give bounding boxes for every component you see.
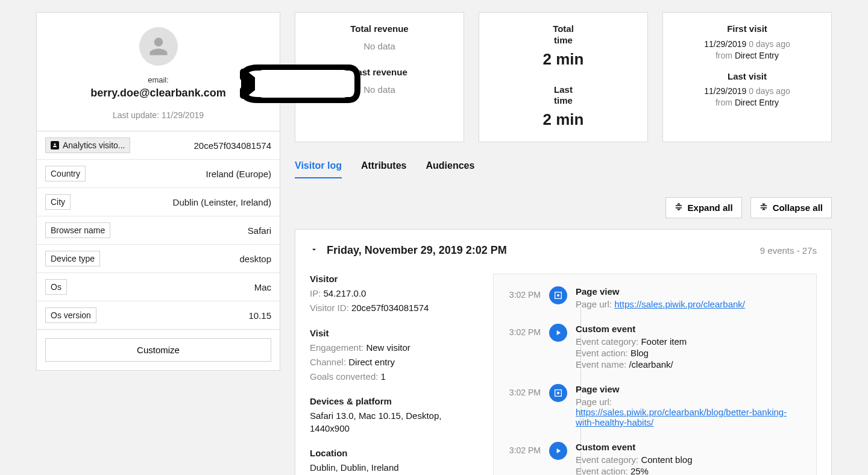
stat-title: Last time <box>546 84 582 107</box>
email-value: berry.doe@clearbank.com <box>90 87 225 99</box>
tab-audiences[interactable]: Audiences <box>426 160 475 178</box>
stat-value: No data <box>310 41 449 51</box>
event-time: 3:02 PM <box>505 286 541 300</box>
attribute-value: 20ce57f034081574 <box>194 140 271 151</box>
event-row: 3:02 PM Custom event Event category: Foo… <box>505 324 805 371</box>
event-title: Custom event <box>576 442 805 452</box>
svg-point-0 <box>557 294 559 297</box>
tab-bar: Visitor log Attributes Audiences <box>295 160 832 179</box>
event-time: 3:02 PM <box>505 324 541 337</box>
attribute-value: Ireland (Europe) <box>206 169 271 179</box>
expand-icon <box>675 203 683 213</box>
event-row: 3:02 PM Custom event Event category: Con… <box>505 442 805 475</box>
chevron-down-icon <box>310 244 318 257</box>
first-visit-detail: 11/29/2019 0 days ago from Direct Entry <box>678 39 817 61</box>
event-row: 3:02 PM Page view Page url: https://sale… <box>505 384 805 429</box>
stat-value: 2 min <box>494 110 633 129</box>
devices-heading: Devices & platform <box>310 396 479 406</box>
attribute-row: Device typedesktop <box>37 245 280 273</box>
visitor-heading: Visitor <box>310 274 479 284</box>
session-meta: 9 events - 27s <box>760 245 817 256</box>
stat-title: Last visit <box>678 71 817 83</box>
event-title: Page view <box>576 286 805 297</box>
attribute-row: CityDublin (Leinster, Ireland) <box>37 188 280 216</box>
svg-point-1 <box>557 392 559 394</box>
event-url-link[interactable]: https://sales.piwik.pro/clearbank/blog/b… <box>576 407 787 427</box>
attribute-value: 10.15 <box>248 310 271 321</box>
stat-title: First visit <box>678 24 817 35</box>
event-title: Custom event <box>576 324 805 334</box>
attribute-row: OsMac <box>37 273 280 301</box>
stat-card-visits: First visit 11/29/2019 0 days ago from D… <box>662 12 832 142</box>
attribute-key: Country <box>45 166 86 181</box>
event-url-link[interactable]: https://sales.piwik.pro/clearbank/ <box>614 299 745 309</box>
page-view-icon <box>549 384 567 402</box>
attribute-key: Os version <box>45 307 96 323</box>
custom-event-icon <box>549 324 567 342</box>
tab-attributes[interactable]: Attributes <box>361 160 407 178</box>
location-heading: Location <box>310 448 479 458</box>
collapse-all-button[interactable]: Collapse all <box>750 197 832 218</box>
attribute-value: Dublin (Leinster, Ireland) <box>173 197 271 207</box>
attribute-key: City <box>45 194 71 210</box>
session-toggle[interactable]: Friday, November 29, 2019 2:02 PM <box>310 244 507 257</box>
attribute-key: Device type <box>45 251 100 266</box>
avatar <box>139 27 178 66</box>
customize-button[interactable]: Customize <box>45 338 271 362</box>
stat-title: Total revenue <box>350 24 410 35</box>
email-label: email: <box>148 75 169 84</box>
visit-heading: Visit <box>310 328 479 338</box>
stat-card-revenue: Total revenue No data Last revenue No da… <box>295 12 464 142</box>
event-timeline: 3:02 PM Page view Page url: https://sale… <box>493 274 817 475</box>
custom-event-icon <box>549 442 567 460</box>
last-update: Last update: 11/29/2019 <box>113 110 204 120</box>
id-badge-icon <box>51 141 59 149</box>
collapse-icon <box>760 203 768 213</box>
attribute-key: Browser name <box>45 222 110 238</box>
stat-value: No data <box>310 84 449 95</box>
stat-title: Last revenue <box>350 67 410 78</box>
attribute-value: desktop <box>239 254 271 264</box>
page-view-icon <box>549 286 567 304</box>
attribute-row: Browser nameSafari <box>37 216 280 245</box>
stat-value: 2 min <box>494 50 633 69</box>
session-date: Friday, November 29, 2019 2:02 PM <box>327 244 507 257</box>
attribute-row: Analytics visito...20ce57f034081574 <box>37 131 280 160</box>
event-time: 3:02 PM <box>505 442 541 455</box>
attribute-value: Mac <box>254 282 271 292</box>
profile-card: email: berry.doe@clearbank.com Last upda… <box>36 12 280 131</box>
last-visit-detail: 11/29/2019 0 days ago from Direct Entry <box>678 86 817 109</box>
stat-card-time: Total time 2 min Last time 2 min <box>479 12 648 142</box>
event-title: Page view <box>576 384 805 394</box>
event-time: 3:02 PM <box>505 384 541 397</box>
attribute-key: Os <box>45 279 67 295</box>
attribute-row: Os version10.15 <box>37 301 280 329</box>
event-row: 3:02 PM Page view Page url: https://sale… <box>505 286 805 310</box>
stat-title: Total time <box>546 24 582 46</box>
attribute-key: Analytics visito... <box>45 137 130 153</box>
expand-all-button[interactable]: Expand all <box>665 197 742 218</box>
tab-visitor-log[interactable]: Visitor log <box>295 160 342 178</box>
attribute-value: Safari <box>248 225 271 236</box>
attribute-row: CountryIreland (Europe) <box>37 160 280 188</box>
attribute-list: Analytics visito...20ce57f034081574Count… <box>36 131 280 330</box>
session-card: Friday, November 29, 2019 2:02 PM 9 even… <box>295 229 832 475</box>
